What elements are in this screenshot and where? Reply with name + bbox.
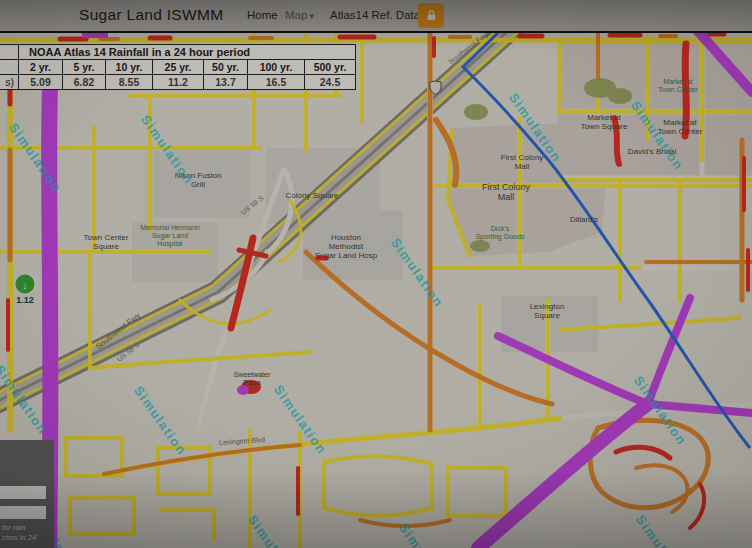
map-place-label: LexingtonSquare [530, 302, 565, 320]
map-place-label: Dillard's [570, 215, 598, 224]
map-place-label: Memorial HermannSugar LandHospital [140, 224, 200, 248]
table-value-cell: 13.7 [204, 75, 248, 90]
table-title-row: NOAA Atlas 14 Rainfall in a 24 hour peri… [0, 45, 356, 60]
map-place-label: Colony Square [286, 191, 339, 200]
legend-panel: for rain ches in 24 [0, 440, 54, 548]
panel-text-fragment: for rain [2, 523, 25, 532]
app-header: Sugar Land ISWMM Home Map▾ Atlas14 Ref. … [0, 0, 752, 33]
map-place-label: Dick'sSporting Goods [476, 225, 525, 241]
map-place-label: First ColonyMall [482, 182, 530, 203]
table-value-row: s) 5.096.828.5511.213.716.524.5 [0, 75, 356, 90]
table-header-row: 2 yr.5 yr.10 yr.25 yr.50 yr.100 yr.500 y… [0, 60, 356, 75]
map-place-label: First ColonyMall [501, 153, 544, 171]
table-corner-cell [0, 45, 19, 60]
table-row-label-fragment: s) [0, 75, 19, 90]
table-value-cell: 5.09 [19, 75, 63, 90]
nav-atlas14-ref-data[interactable]: Atlas14 Ref. Data [330, 9, 420, 21]
map-place-label: Market atTown Square [581, 113, 628, 131]
table-row-label [0, 60, 19, 75]
lock-button[interactable] [418, 3, 444, 28]
chevron-down-icon: ▾ [309, 11, 314, 21]
lock-icon [425, 9, 438, 22]
panel-input-field[interactable] [0, 486, 46, 499]
table-value-cell: 8.55 [106, 75, 153, 90]
table-col-header: 100 yr. [248, 60, 305, 75]
panel-text-fragment: ches in 24 [2, 533, 36, 542]
nav-map-dropdown[interactable]: Map▾ [285, 9, 314, 21]
flood-marker-value: 1.12 [16, 295, 34, 305]
table-col-header: 10 yr. [106, 60, 153, 75]
table-value-cell: 6.82 [63, 75, 106, 90]
table-col-header: 2 yr. [19, 60, 63, 75]
map-place-label: Town CenterSquare [84, 233, 129, 251]
map-place-label: SweetwaterPlaza [234, 371, 271, 387]
nav-home[interactable]: Home [247, 9, 278, 21]
table-value-cell: 11.2 [153, 75, 204, 90]
table-title: NOAA Atlas 14 Rainfall in a 24 hour peri… [19, 45, 356, 60]
app-title: Sugar Land ISWMM [79, 6, 223, 24]
flood-result-marker[interactable]: ↓ [14, 273, 37, 296]
rainfall-table: NOAA Atlas 14 Rainfall in a 24 hour peri… [0, 44, 356, 90]
table-col-header: 25 yr. [153, 60, 204, 75]
table-col-header: 500 yr. [305, 60, 356, 75]
map-place-label: HoustonMethodistSugar Land Hosp [315, 233, 377, 261]
map-place-label: Market atTown Center [658, 78, 697, 94]
panel-input-field[interactable] [0, 506, 46, 519]
table-col-header: 50 yr. [204, 60, 248, 75]
table-value-cell: 16.5 [248, 75, 305, 90]
table-col-header: 5 yr. [63, 60, 106, 75]
table-value-cell: 24.5 [305, 75, 356, 90]
